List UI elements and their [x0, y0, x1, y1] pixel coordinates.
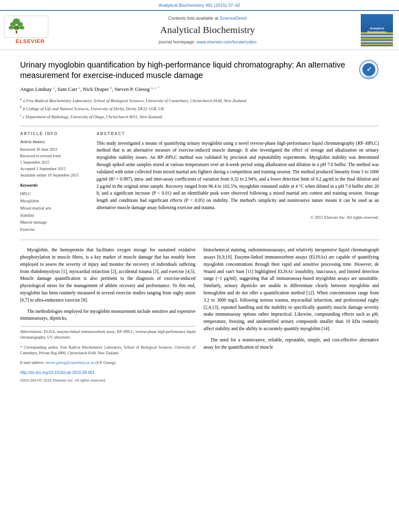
title-text: Urinary myoglobin quantification by high…: [20, 60, 345, 80]
info-abstract-section: ARTICLE INFO Article history: Received 3…: [20, 126, 379, 233]
footnote-email: E-mail address: steven.gieseg@canterbury…: [20, 360, 195, 366]
article-info: ARTICLE INFO Article history: Received 3…: [20, 131, 88, 233]
svg-point-3: [8, 26, 13, 29]
body-content: Myoglobin, the hemoprotein that facilita…: [20, 246, 379, 383]
affiliation-c: c c Department of Radiology, University …: [20, 113, 379, 120]
ab-logo-box: AnalyticalBiochemistry: [361, 14, 393, 46]
journal-reference: Analytical Biochemistry 491 (2015) 37–42: [0, 0, 399, 10]
article-title: Urinary myoglobin quantification by high…: [20, 60, 379, 80]
journal-header-center: Contents lists available at ScienceDirec…: [60, 15, 355, 45]
journal-header: ELSEVIER Contents lists available at Sci…: [0, 10, 399, 50]
ab-logo-text: AnalyticalBiochemistry: [367, 27, 387, 35]
accepted-date: Accepted 1 September 2015: [20, 166, 66, 171]
ab-logo-stripes: [361, 32, 393, 46]
received-date: Received 30 June 2015: [20, 147, 58, 152]
doi-link[interactable]: http://dx.doi.org/10.1016/j.ab.2015.09.0…: [20, 370, 95, 375]
svg-text:✓: ✓: [366, 66, 372, 73]
body-para-4: The need for a noninvasive, reliable, re…: [204, 337, 379, 351]
abstract-section: ABSTRACT This study investigated a means…: [97, 131, 379, 233]
svg-text:CrossMark: CrossMark: [364, 76, 374, 78]
svg-point-4: [13, 25, 20, 30]
footnote-abbreviations: Abbreviations: ELISA, enzyme-linked immu…: [20, 329, 195, 341]
copyright: © 2015 Elsevier Inc. All rights reserved…: [97, 215, 379, 221]
footnotes: Abbreviations: ELISA, enzyme-linked immu…: [20, 326, 195, 383]
main-content: Urinary myoglobin quantification by high…: [0, 50, 399, 391]
elsevier-text: ELSEVIER: [4, 38, 56, 45]
elsevier-logo-section: ELSEVIER: [4, 16, 56, 45]
authors: Angus Lindsay a, Sam Carr a, Nick Draper…: [20, 85, 379, 93]
body-para-1: Myoglobin, the hemoprotein that facilita…: [20, 246, 195, 304]
revised-date: 1 September 2015: [20, 160, 49, 164]
abstract-title: ABSTRACT: [97, 131, 379, 137]
email-link[interactable]: steven.gieseg@canterbury.ac.nz: [45, 361, 95, 365]
keywords-list: HPLCMyoglobinMixed martial artsStability…: [20, 190, 88, 233]
crossmark-icon: ✓ CrossMark: [359, 60, 379, 80]
svg-point-2: [17, 22, 23, 26]
affiliation-b: b b College of Life and Natural Sciences…: [20, 105, 379, 112]
article-dates: Received 30 June 2015 Received in revise…: [20, 146, 88, 179]
affiliation-a: a a Free Radical Biochemistry Laboratory…: [20, 97, 379, 104]
body-para-2: The methodologies employed for myoglobin…: [20, 308, 195, 322]
ab-logo-section: AnalyticalBiochemistry: [359, 14, 395, 46]
svg-rect-6: [16, 31, 17, 33]
keywords-label: Keywords:: [20, 183, 88, 189]
available-date: Available online 10 September 2015: [20, 173, 79, 177]
body-para-3: histochemical staining, radioimmunoassay…: [204, 246, 379, 333]
abstract-text: This study investigated a means of quant…: [97, 140, 379, 212]
received-revised-label: Received in revised form: [20, 154, 61, 158]
footnote-corresponding: * Corresponding author. Free Radical Bio…: [20, 345, 195, 356]
sciencedirect-anchor[interactable]: ScienceDirect: [220, 16, 247, 21]
body-col-left: Myoglobin, the hemoprotein that facilita…: [20, 246, 195, 383]
issn-line: 0003-2697/© 2015 Elsevier Inc. All right…: [20, 378, 195, 383]
affiliations: a a Free Radical Biochemistry Laboratory…: [20, 97, 379, 120]
homepage-link[interactable]: www.elsevier.com/locate/yabio: [197, 39, 257, 44]
journal-homepage: journal homepage: www.elsevier.com/locat…: [60, 39, 355, 45]
svg-point-5: [19, 26, 24, 29]
svg-point-1: [10, 22, 16, 26]
body-col-right: histochemical staining, radioimmunoassay…: [204, 246, 379, 383]
article-history-label: Article history:: [20, 139, 88, 145]
article-info-title: ARTICLE INFO: [20, 131, 88, 137]
sciencedirect-link: Contents lists available at ScienceDirec…: [60, 15, 355, 21]
section-divider: [20, 240, 379, 240]
journal-title: Analytical Biochemistry: [60, 23, 355, 37]
